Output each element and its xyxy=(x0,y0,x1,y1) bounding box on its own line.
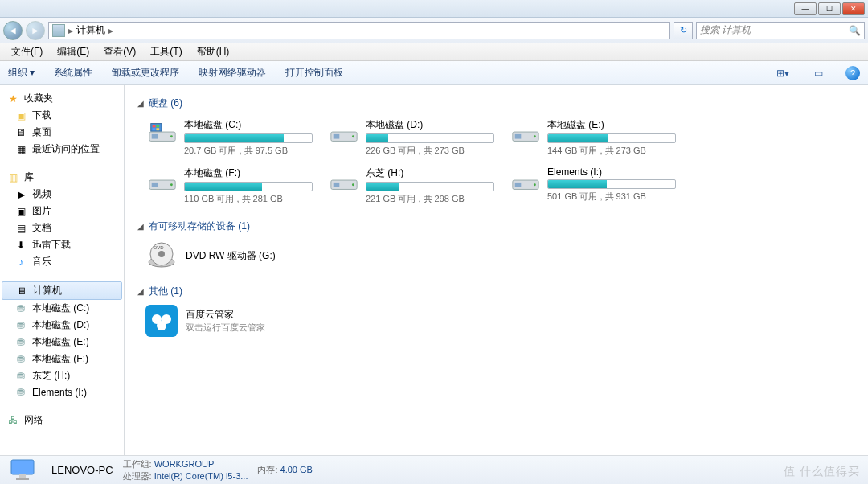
svg-rect-12 xyxy=(515,134,522,139)
forward-button[interactable]: ► xyxy=(26,21,45,40)
svg-rect-32 xyxy=(16,478,29,480)
sidebar-libraries-header[interactable]: ▥库 xyxy=(0,169,124,186)
svg-rect-4 xyxy=(153,125,156,128)
drive-usage-bar xyxy=(184,182,313,191)
download-icon: ⬇ xyxy=(14,239,27,252)
control-panel-button[interactable]: 打开控制面板 xyxy=(285,66,343,80)
dvd-drive-item[interactable]: DVD DVD RW 驱动器 (G:) xyxy=(145,240,855,272)
other-item-baidu[interactable]: 百度云管家 双击运行百度云管家 xyxy=(145,305,855,337)
network-icon: 🖧 xyxy=(6,414,19,427)
maximize-button[interactable]: ☐ xyxy=(818,2,841,15)
dvd-icon: DVD xyxy=(145,240,178,272)
drive-usage-bar xyxy=(366,133,494,143)
menu-edit[interactable]: 编辑(E) xyxy=(51,43,96,60)
address-bar[interactable]: ▸ 计算机 ▸ xyxy=(48,22,670,39)
drive-status: 221 GB 可用 , 共 298 GB xyxy=(366,193,494,205)
sidebar-item-videos[interactable]: ▶视频 xyxy=(0,186,124,203)
drive-icon: ⛃ xyxy=(14,319,27,332)
picture-icon: ▣ xyxy=(14,205,27,218)
organize-button[interactable]: 组织 ▾ xyxy=(8,66,35,80)
details-computer-name: LENOVO-PC xyxy=(51,464,113,476)
drive-status: 501 GB 可用 , 共 931 GB xyxy=(547,191,676,203)
sidebar-item-music[interactable]: ♪音乐 xyxy=(0,253,124,270)
system-properties-button[interactable]: 系统属性 xyxy=(54,66,92,80)
back-button[interactable]: ◄ xyxy=(3,21,23,40)
svg-rect-21 xyxy=(515,183,522,187)
menu-view[interactable]: 查看(V) xyxy=(97,43,142,60)
titlebar: — ☐ ✕ xyxy=(0,0,868,18)
sidebar-drive-d[interactable]: ⛃本地磁盘 (D:) xyxy=(0,317,124,334)
svg-rect-7 xyxy=(156,128,159,130)
drive-name: 本地磁盘 (E:) xyxy=(547,118,676,132)
category-removable[interactable]: ◢有可移动存储的设备 (1) xyxy=(137,219,855,233)
sidebar-drive-f[interactable]: ⛃本地磁盘 (F:) xyxy=(0,351,124,367)
sidebar-item-desktop[interactable]: 🖥桌面 xyxy=(0,124,124,141)
computer-large-icon xyxy=(8,458,42,482)
sidebar-network-header[interactable]: 🖧网络 xyxy=(0,412,124,429)
sidebar-item-documents[interactable]: ▤文档 xyxy=(0,219,124,236)
hard-drive-icon xyxy=(147,166,178,195)
sidebar-item-recent[interactable]: ▦最近访问的位置 xyxy=(0,141,124,158)
help-button[interactable]: ? xyxy=(845,66,860,80)
collapse-icon: ◢ xyxy=(137,287,144,296)
details-workgroup-label: 工作组: xyxy=(123,459,152,469)
svg-rect-31 xyxy=(19,474,26,478)
drive-status: 20.7 GB 可用 , 共 97.5 GB xyxy=(184,145,313,157)
hard-drive-icon xyxy=(147,118,178,147)
details-workgroup-value: WORKGROUP xyxy=(154,459,215,469)
drive-item[interactable]: 本地磁盘 (D:) 226 GB 可用 , 共 273 GB xyxy=(327,117,496,158)
search-input[interactable]: 搜索 计算机 🔍 xyxy=(696,22,865,39)
menu-help[interactable]: 帮助(H) xyxy=(190,43,236,60)
refresh-button[interactable]: ↻ xyxy=(674,22,693,39)
svg-rect-9 xyxy=(334,134,340,139)
search-placeholder: 搜索 计算机 xyxy=(700,23,751,37)
drive-name: 本地磁盘 (C:) xyxy=(184,118,313,132)
drive-item[interactable]: 本地磁盘 (E:) 144 GB 可用 , 共 273 GB xyxy=(509,117,678,158)
close-button[interactable]: ✕ xyxy=(842,2,865,15)
sidebar-drive-h[interactable]: ⛃东芝 (H:) xyxy=(0,367,124,384)
other-item-name: 百度云管家 xyxy=(186,308,265,322)
star-icon: ★ xyxy=(6,92,19,105)
sidebar-drive-c[interactable]: ⛃本地磁盘 (C:) xyxy=(0,300,124,317)
drive-name: Elements (I:) xyxy=(547,166,676,178)
sidebar-item-xunlei[interactable]: ⬇迅雷下载 xyxy=(0,236,124,253)
drive-usage-bar xyxy=(547,179,676,189)
baidu-cloud-icon xyxy=(145,305,178,337)
search-icon: 🔍 xyxy=(849,25,861,36)
minimize-button[interactable]: — xyxy=(794,2,817,15)
nav-bar: ◄ ► ▸ 计算机 ▸ ↻ 搜索 计算机 🔍 xyxy=(0,18,868,43)
document-icon: ▤ xyxy=(14,222,27,235)
svg-point-13 xyxy=(534,135,536,137)
sidebar-item-downloads[interactable]: ▣下载 xyxy=(0,107,124,124)
breadcrumb-sep: ▸ xyxy=(68,25,73,36)
svg-point-25 xyxy=(158,251,165,257)
menu-tools[interactable]: 工具(T) xyxy=(144,43,188,60)
uninstall-button[interactable]: 卸载或更改程序 xyxy=(112,66,179,80)
category-hdd[interactable]: ◢硬盘 (6) xyxy=(137,96,855,110)
menu-file[interactable]: 文件(F) xyxy=(5,43,49,60)
svg-point-22 xyxy=(534,183,536,186)
svg-rect-18 xyxy=(334,183,340,187)
view-options-button[interactable]: ⊞▾ xyxy=(775,65,791,81)
drive-usage-bar xyxy=(547,133,676,143)
sidebar-drive-e[interactable]: ⛃本地磁盘 (E:) xyxy=(0,334,124,351)
breadcrumb-item[interactable]: 计算机 xyxy=(76,23,105,37)
sidebar-drive-i[interactable]: ⛃Elements (I:) xyxy=(0,384,124,400)
preview-pane-button[interactable]: ▭ xyxy=(810,65,826,81)
drive-item[interactable]: 本地磁盘 (F:) 110 GB 可用 , 共 281 GB xyxy=(145,165,314,207)
drive-item[interactable]: Elements (I:) 501 GB 可用 , 共 931 GB xyxy=(509,165,678,207)
sidebar-item-pictures[interactable]: ▣图片 xyxy=(0,203,124,219)
category-other[interactable]: ◢其他 (1) xyxy=(137,285,855,298)
drive-item[interactable]: 本地磁盘 (C:) 20.7 GB 可用 , 共 97.5 GB xyxy=(145,117,314,158)
hard-drive-icon xyxy=(329,118,359,147)
sidebar-favorites-header[interactable]: ★收藏夹 xyxy=(0,90,124,107)
desktop-icon: 🖥 xyxy=(14,126,27,139)
map-drive-button[interactable]: 映射网络驱动器 xyxy=(199,66,266,80)
drive-icon: ⛃ xyxy=(14,386,27,399)
svg-text:DVD: DVD xyxy=(154,245,164,250)
details-mem-label: 内存: xyxy=(257,465,277,474)
svg-point-2 xyxy=(170,135,173,137)
sidebar-computer-header[interactable]: 🖥计算机 xyxy=(2,281,122,300)
svg-rect-30 xyxy=(11,460,34,474)
drive-item[interactable]: 东芝 (H:) 221 GB 可用 , 共 298 GB xyxy=(327,165,496,207)
